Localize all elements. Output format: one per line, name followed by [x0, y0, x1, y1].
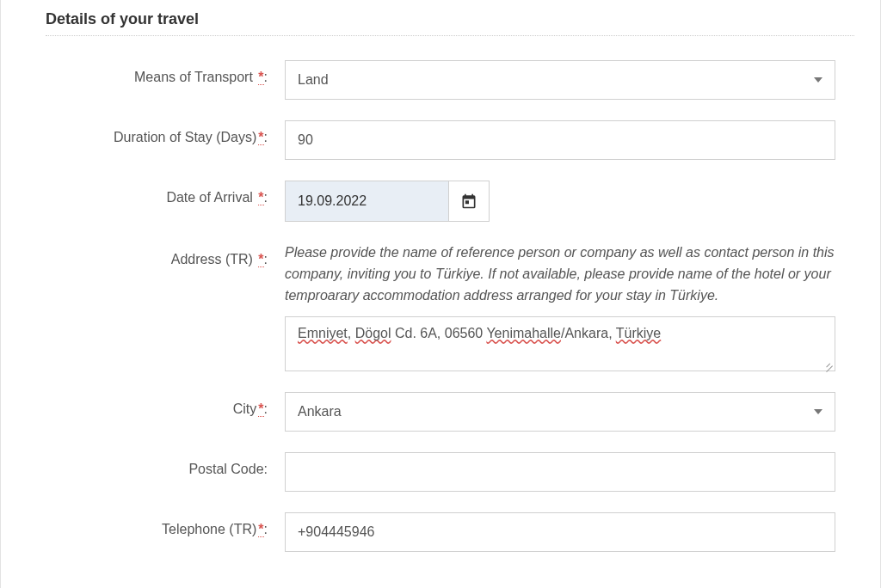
city-select[interactable]: Ankara: [285, 392, 835, 432]
required-marker: *: [258, 70, 263, 85]
section-title: Details of your travel: [46, 10, 854, 36]
label-transport: Means of Transport *:: [27, 60, 285, 85]
row-transport: Means of Transport *: Land: [27, 60, 854, 100]
chevron-down-icon: [814, 409, 822, 414]
label-duration: Duration of Stay (Days)*:: [27, 120, 285, 145]
label-postal-text: Postal Code: [188, 462, 263, 476]
address-sep-1: ,: [348, 326, 355, 340]
address-word-2: Dögol: [355, 326, 391, 340]
label-arrival: Date of Arrival *:: [27, 181, 285, 205]
label-city-text: City: [233, 401, 257, 416]
label-transport-text: Means of Transport: [134, 70, 253, 84]
required-marker: *: [258, 190, 263, 205]
label-address-text: Address (TR): [171, 252, 253, 266]
telephone-input[interactable]: [285, 512, 835, 552]
required-marker: *: [258, 522, 263, 537]
label-postal: Postal Code:: [27, 452, 285, 477]
label-telephone-text: Telephone (TR): [162, 522, 256, 536]
row-city: City*: Ankara: [27, 392, 854, 432]
chevron-down-icon: [814, 77, 822, 83]
label-city: City*:: [27, 392, 285, 417]
arrival-date-input[interactable]: [285, 181, 448, 222]
label-address: Address (TR) *:: [27, 242, 285, 267]
resize-handle-icon: [822, 358, 833, 369]
address-sep-3: /Ankara,: [561, 326, 616, 340]
transport-select[interactable]: Land: [285, 60, 835, 100]
calendar-button[interactable]: [448, 181, 490, 222]
form-container: Details of your travel Means of Transpor…: [0, 0, 881, 588]
row-arrival: Date of Arrival *:: [27, 181, 854, 222]
calendar-icon: [460, 193, 477, 210]
label-arrival-text: Date of Arrival: [166, 190, 252, 205]
row-telephone: Telephone (TR)*:: [27, 512, 854, 552]
transport-select-value: Land: [298, 72, 329, 88]
label-telephone: Telephone (TR)*:: [27, 512, 285, 537]
label-duration-text: Duration of Stay (Days): [114, 130, 256, 144]
city-select-value: Ankara: [298, 404, 342, 420]
address-word-4: Türkiye: [616, 326, 661, 340]
address-hint: Please provide the name of reference per…: [285, 242, 835, 306]
row-address: Address (TR) *: Please provide the name …: [27, 242, 854, 371]
postal-input[interactable]: [285, 452, 835, 492]
address-textarea[interactable]: Emniyet, Dögol Cd. 6A, 06560 Yenimahalle…: [285, 316, 835, 371]
row-postal: Postal Code:: [27, 452, 854, 492]
duration-input[interactable]: [285, 120, 835, 160]
required-marker: *: [258, 401, 263, 417]
address-sep-2: Cd. 6A, 06560: [391, 326, 487, 340]
arrival-date-group: [285, 181, 835, 222]
required-marker: *: [258, 252, 263, 267]
address-word-3: Yenimahalle: [486, 326, 561, 340]
address-word-1: Emniyet: [298, 326, 348, 340]
row-duration: Duration of Stay (Days)*:: [27, 120, 854, 160]
required-marker: *: [258, 130, 263, 145]
